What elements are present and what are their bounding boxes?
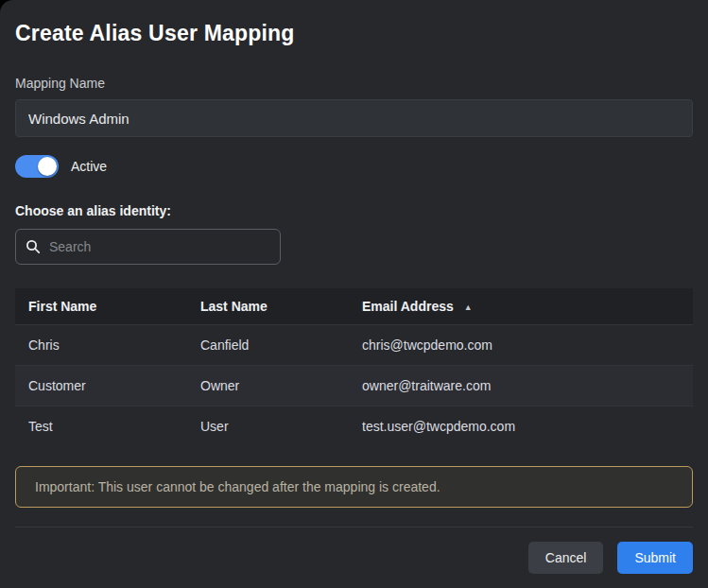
warning-text: Important: This user cannot be changed a… — [35, 479, 440, 494]
dialog-title: Create Alias User Mapping — [15, 21, 693, 46]
mapping-name-input[interactable] — [15, 99, 693, 137]
cell-email: owner@traitware.com — [349, 366, 693, 406]
cell-last-name: Owner — [187, 366, 349, 406]
sort-ascending-icon: ▲ — [464, 303, 473, 312]
identity-table: First Name Last Name Email Address ▲ Chr… — [15, 288, 693, 446]
table-row-customer[interactable]: Customer Owner owner@traitware.com — [15, 366, 693, 406]
cancel-button[interactable]: Cancel — [528, 542, 604, 574]
column-header-email[interactable]: Email Address ▲ — [349, 288, 693, 325]
identity-table-header-row: First Name Last Name Email Address ▲ — [15, 288, 693, 325]
dialog-footer: Cancel Submit — [15, 527, 693, 588]
toggle-knob — [38, 157, 57, 176]
active-toggle-row: Active — [15, 155, 693, 178]
cell-first-name: Test — [15, 406, 187, 447]
search-icon — [26, 239, 41, 254]
table-row-chris[interactable]: Chris Canfield chris@twcpdemo.com — [15, 325, 693, 366]
cell-email: chris@twcpdemo.com — [349, 325, 693, 366]
create-alias-user-mapping-dialog: Create Alias User Mapping Mapping Name A… — [0, 0, 708, 588]
column-header-first-name-label: First Name — [28, 299, 96, 314]
column-header-last-name-label: Last Name — [200, 299, 268, 314]
cell-first-name: Chris — [15, 325, 187, 366]
column-header-last-name[interactable]: Last Name — [187, 288, 349, 325]
column-header-email-label: Email Address — [362, 299, 454, 314]
choose-identity-label: Choose an alias identity: — [15, 203, 693, 218]
cell-email: test.user@twcpdemo.com — [349, 406, 693, 447]
table-row-test[interactable]: Test User test.user@twcpdemo.com — [15, 406, 693, 447]
identity-search-input[interactable] — [47, 238, 270, 255]
submit-button[interactable]: Submit — [617, 542, 693, 574]
warning-banner: Important: This user cannot be changed a… — [15, 466, 693, 508]
identity-search-box[interactable] — [15, 229, 281, 265]
cell-first-name: Customer — [15, 366, 187, 406]
mapping-name-label: Mapping Name — [15, 76, 693, 91]
cell-last-name: Canfield — [187, 325, 349, 366]
cell-last-name: User — [187, 406, 349, 447]
active-toggle-label: Active — [71, 159, 107, 174]
active-toggle[interactable] — [15, 155, 59, 178]
column-header-first-name[interactable]: First Name — [15, 288, 187, 325]
